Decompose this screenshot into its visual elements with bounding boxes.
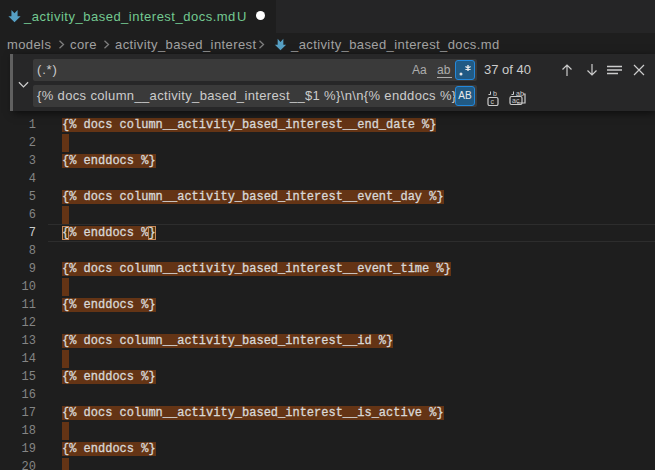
svg-text:b: b <box>493 91 497 97</box>
svg-text:c: c <box>491 98 495 105</box>
svg-text:ac: ac <box>512 97 520 104</box>
